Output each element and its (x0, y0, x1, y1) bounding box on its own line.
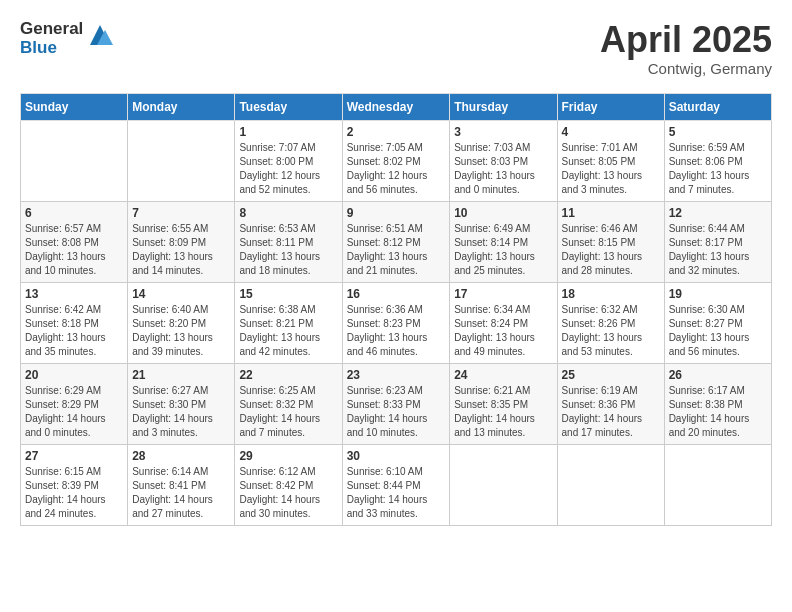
day-detail: Sunrise: 6:57 AM Sunset: 8:08 PM Dayligh… (25, 222, 123, 278)
day-number: 19 (669, 287, 767, 301)
day-detail: Sunrise: 6:49 AM Sunset: 8:14 PM Dayligh… (454, 222, 552, 278)
day-detail: Sunrise: 6:42 AM Sunset: 8:18 PM Dayligh… (25, 303, 123, 359)
calendar-cell: 1Sunrise: 7:07 AM Sunset: 8:00 PM Daylig… (235, 120, 342, 201)
calendar-cell: 25Sunrise: 6:19 AM Sunset: 8:36 PM Dayli… (557, 363, 664, 444)
day-number: 25 (562, 368, 660, 382)
calendar-cell: 15Sunrise: 6:38 AM Sunset: 8:21 PM Dayli… (235, 282, 342, 363)
calendar-cell: 16Sunrise: 6:36 AM Sunset: 8:23 PM Dayli… (342, 282, 450, 363)
calendar-header: SundayMondayTuesdayWednesdayThursdayFrid… (21, 93, 772, 120)
calendar-cell (21, 120, 128, 201)
day-detail: Sunrise: 7:03 AM Sunset: 8:03 PM Dayligh… (454, 141, 552, 197)
day-number: 30 (347, 449, 446, 463)
day-number: 17 (454, 287, 552, 301)
calendar-cell: 4Sunrise: 7:01 AM Sunset: 8:05 PM Daylig… (557, 120, 664, 201)
day-detail: Sunrise: 6:32 AM Sunset: 8:26 PM Dayligh… (562, 303, 660, 359)
day-number: 4 (562, 125, 660, 139)
day-number: 24 (454, 368, 552, 382)
calendar-cell: 5Sunrise: 6:59 AM Sunset: 8:06 PM Daylig… (664, 120, 771, 201)
weekday-header-sunday: Sunday (21, 93, 128, 120)
day-detail: Sunrise: 6:30 AM Sunset: 8:27 PM Dayligh… (669, 303, 767, 359)
day-detail: Sunrise: 6:27 AM Sunset: 8:30 PM Dayligh… (132, 384, 230, 440)
calendar-cell: 18Sunrise: 6:32 AM Sunset: 8:26 PM Dayli… (557, 282, 664, 363)
calendar-cell: 9Sunrise: 6:51 AM Sunset: 8:12 PM Daylig… (342, 201, 450, 282)
calendar-cell: 10Sunrise: 6:49 AM Sunset: 8:14 PM Dayli… (450, 201, 557, 282)
day-detail: Sunrise: 6:15 AM Sunset: 8:39 PM Dayligh… (25, 465, 123, 521)
calendar-cell: 14Sunrise: 6:40 AM Sunset: 8:20 PM Dayli… (128, 282, 235, 363)
day-detail: Sunrise: 7:01 AM Sunset: 8:05 PM Dayligh… (562, 141, 660, 197)
day-detail: Sunrise: 6:59 AM Sunset: 8:06 PM Dayligh… (669, 141, 767, 197)
day-number: 3 (454, 125, 552, 139)
calendar-week-4: 20Sunrise: 6:29 AM Sunset: 8:29 PM Dayli… (21, 363, 772, 444)
calendar-cell: 28Sunrise: 6:14 AM Sunset: 8:41 PM Dayli… (128, 444, 235, 525)
day-number: 20 (25, 368, 123, 382)
weekday-header-friday: Friday (557, 93, 664, 120)
day-detail: Sunrise: 6:17 AM Sunset: 8:38 PM Dayligh… (669, 384, 767, 440)
calendar-cell (128, 120, 235, 201)
day-number: 1 (239, 125, 337, 139)
day-detail: Sunrise: 6:23 AM Sunset: 8:33 PM Dayligh… (347, 384, 446, 440)
calendar-cell: 21Sunrise: 6:27 AM Sunset: 8:30 PM Dayli… (128, 363, 235, 444)
calendar-cell: 13Sunrise: 6:42 AM Sunset: 8:18 PM Dayli… (21, 282, 128, 363)
day-number: 18 (562, 287, 660, 301)
day-detail: Sunrise: 6:46 AM Sunset: 8:15 PM Dayligh… (562, 222, 660, 278)
day-detail: Sunrise: 6:19 AM Sunset: 8:36 PM Dayligh… (562, 384, 660, 440)
calendar-table: SundayMondayTuesdayWednesdayThursdayFrid… (20, 93, 772, 526)
calendar-cell: 24Sunrise: 6:21 AM Sunset: 8:35 PM Dayli… (450, 363, 557, 444)
day-detail: Sunrise: 6:36 AM Sunset: 8:23 PM Dayligh… (347, 303, 446, 359)
title-block: April 2025 Contwig, Germany (600, 20, 772, 77)
day-number: 7 (132, 206, 230, 220)
day-number: 9 (347, 206, 446, 220)
calendar-cell: 29Sunrise: 6:12 AM Sunset: 8:42 PM Dayli… (235, 444, 342, 525)
weekday-header-monday: Monday (128, 93, 235, 120)
day-detail: Sunrise: 6:14 AM Sunset: 8:41 PM Dayligh… (132, 465, 230, 521)
day-detail: Sunrise: 6:51 AM Sunset: 8:12 PM Dayligh… (347, 222, 446, 278)
calendar-cell: 30Sunrise: 6:10 AM Sunset: 8:44 PM Dayli… (342, 444, 450, 525)
day-number: 28 (132, 449, 230, 463)
day-number: 10 (454, 206, 552, 220)
calendar-cell: 12Sunrise: 6:44 AM Sunset: 8:17 PM Dayli… (664, 201, 771, 282)
calendar-cell: 19Sunrise: 6:30 AM Sunset: 8:27 PM Dayli… (664, 282, 771, 363)
day-number: 14 (132, 287, 230, 301)
calendar-cell: 20Sunrise: 6:29 AM Sunset: 8:29 PM Dayli… (21, 363, 128, 444)
calendar-cell: 17Sunrise: 6:34 AM Sunset: 8:24 PM Dayli… (450, 282, 557, 363)
weekday-header-tuesday: Tuesday (235, 93, 342, 120)
logo-blue: Blue (20, 39, 83, 58)
day-number: 21 (132, 368, 230, 382)
day-number: 11 (562, 206, 660, 220)
day-detail: Sunrise: 6:44 AM Sunset: 8:17 PM Dayligh… (669, 222, 767, 278)
day-detail: Sunrise: 6:29 AM Sunset: 8:29 PM Dayligh… (25, 384, 123, 440)
calendar-cell (450, 444, 557, 525)
calendar-cell: 22Sunrise: 6:25 AM Sunset: 8:32 PM Dayli… (235, 363, 342, 444)
logo-icon (85, 20, 115, 50)
calendar-cell: 8Sunrise: 6:53 AM Sunset: 8:11 PM Daylig… (235, 201, 342, 282)
month-title: April 2025 (600, 20, 772, 60)
calendar-cell: 6Sunrise: 6:57 AM Sunset: 8:08 PM Daylig… (21, 201, 128, 282)
day-number: 23 (347, 368, 446, 382)
day-detail: Sunrise: 6:38 AM Sunset: 8:21 PM Dayligh… (239, 303, 337, 359)
logo: General Blue (20, 20, 115, 57)
calendar-week-3: 13Sunrise: 6:42 AM Sunset: 8:18 PM Dayli… (21, 282, 772, 363)
calendar-week-2: 6Sunrise: 6:57 AM Sunset: 8:08 PM Daylig… (21, 201, 772, 282)
weekday-header-thursday: Thursday (450, 93, 557, 120)
day-number: 22 (239, 368, 337, 382)
day-number: 16 (347, 287, 446, 301)
calendar-cell: 7Sunrise: 6:55 AM Sunset: 8:09 PM Daylig… (128, 201, 235, 282)
day-detail: Sunrise: 6:12 AM Sunset: 8:42 PM Dayligh… (239, 465, 337, 521)
day-number: 29 (239, 449, 337, 463)
day-detail: Sunrise: 7:05 AM Sunset: 8:02 PM Dayligh… (347, 141, 446, 197)
calendar-cell: 11Sunrise: 6:46 AM Sunset: 8:15 PM Dayli… (557, 201, 664, 282)
day-detail: Sunrise: 6:34 AM Sunset: 8:24 PM Dayligh… (454, 303, 552, 359)
weekday-header-wednesday: Wednesday (342, 93, 450, 120)
day-number: 26 (669, 368, 767, 382)
calendar-week-1: 1Sunrise: 7:07 AM Sunset: 8:00 PM Daylig… (21, 120, 772, 201)
logo-general: General (20, 20, 83, 39)
calendar-cell (664, 444, 771, 525)
calendar-cell: 26Sunrise: 6:17 AM Sunset: 8:38 PM Dayli… (664, 363, 771, 444)
day-detail: Sunrise: 7:07 AM Sunset: 8:00 PM Dayligh… (239, 141, 337, 197)
calendar-cell: 3Sunrise: 7:03 AM Sunset: 8:03 PM Daylig… (450, 120, 557, 201)
day-number: 12 (669, 206, 767, 220)
day-detail: Sunrise: 6:40 AM Sunset: 8:20 PM Dayligh… (132, 303, 230, 359)
day-number: 8 (239, 206, 337, 220)
calendar-cell: 27Sunrise: 6:15 AM Sunset: 8:39 PM Dayli… (21, 444, 128, 525)
day-detail: Sunrise: 6:25 AM Sunset: 8:32 PM Dayligh… (239, 384, 337, 440)
